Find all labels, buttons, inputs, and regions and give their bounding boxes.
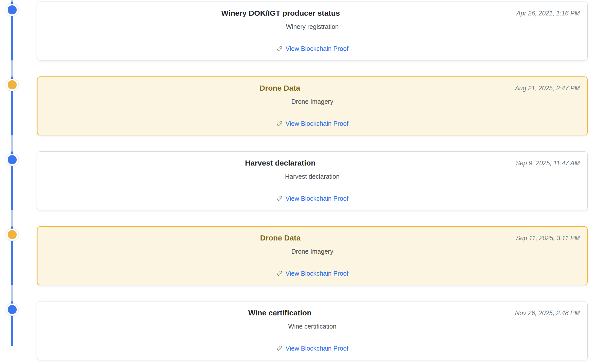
event-title: Winery DOK/IGT producer status [45, 8, 516, 18]
blockchain-event-timeline: Winery DOK/IGT producer status Apr 26, 2… [0, 0, 597, 364]
chain-link-icon [276, 270, 283, 277]
event-card: Drone Data Aug 21, 2025, 2:47 PM Drone I… [37, 76, 588, 135]
card-divider [45, 114, 580, 114]
event-subtitle: Drone Imagery [45, 97, 580, 106]
proof-link-label: View Blockchain Proof [286, 119, 348, 128]
timeline-dot-fill [8, 5, 17, 14]
event-timestamp: Sep 11, 2025, 3:11 PM [516, 233, 580, 243]
timeline-dot [6, 304, 18, 316]
view-blockchain-proof-link[interactable]: View Blockchain Proof [276, 194, 348, 203]
view-blockchain-proof-link[interactable]: View Blockchain Proof [276, 119, 348, 128]
event-title: Drone Data [45, 83, 515, 93]
proof-link-row: View Blockchain Proof [45, 194, 580, 203]
event-subtitle: Drone Imagery [45, 247, 580, 255]
view-blockchain-proof-link[interactable]: View Blockchain Proof [276, 344, 348, 353]
event-title: Wine certification [45, 308, 515, 318]
event-timestamp: Sep 9, 2025, 11:47 AM [516, 158, 580, 168]
view-blockchain-proof-link[interactable]: View Blockchain Proof [276, 44, 348, 53]
proof-link-label: View Blockchain Proof [286, 269, 348, 278]
event-timestamp: Nov 26, 2025, 2:48 PM [515, 308, 580, 318]
timeline-dot-fill [8, 155, 17, 164]
event-card: Drone Data Sep 11, 2025, 3:11 PM Drone I… [37, 226, 588, 285]
event-card-header: Winery DOK/IGT producer status Apr 26, 2… [45, 8, 580, 18]
event-card: Wine certification Nov 26, 2025, 2:48 PM… [37, 301, 588, 360]
timeline-dot [6, 229, 18, 241]
chain-link-icon [276, 345, 283, 352]
event-timestamp: Aug 21, 2025, 2:47 PM [515, 83, 580, 93]
event-title: Harvest declaration [45, 158, 516, 168]
timeline-dot-fill [8, 80, 17, 89]
event-card: Harvest declaration Sep 9, 2025, 11:47 A… [37, 151, 588, 210]
proof-link-row: View Blockchain Proof [45, 269, 580, 278]
event-subtitle: Wine certification [45, 322, 580, 330]
proof-link-row: View Blockchain Proof [45, 344, 580, 353]
chain-link-icon [276, 195, 283, 202]
proof-link-label: View Blockchain Proof [286, 44, 348, 53]
event-card-header: Harvest declaration Sep 9, 2025, 11:47 A… [45, 158, 580, 168]
timeline-dot-fill [8, 230, 17, 239]
chain-link-icon [276, 120, 283, 127]
timeline-dot [6, 154, 18, 166]
proof-link-label: View Blockchain Proof [286, 194, 348, 203]
event-card-header: Wine certification Nov 26, 2025, 2:48 PM [45, 308, 580, 318]
proof-link-row: View Blockchain Proof [45, 119, 580, 128]
timeline-dot [6, 4, 18, 16]
event-subtitle: Harvest declaration [45, 172, 580, 180]
timeline-dot-fill [8, 305, 17, 314]
event-card: Winery DOK/IGT producer status Apr 26, 2… [37, 2, 588, 60]
card-divider [45, 339, 580, 339]
event-subtitle: Winery registration [45, 23, 580, 31]
view-blockchain-proof-link[interactable]: View Blockchain Proof [276, 269, 348, 278]
event-card-header: Drone Data Sep 11, 2025, 3:11 PM [45, 233, 580, 243]
card-divider [45, 264, 580, 264]
card-divider [45, 39, 580, 39]
proof-link-label: View Blockchain Proof [286, 344, 348, 353]
proof-link-row: View Blockchain Proof [45, 44, 580, 53]
event-title: Drone Data [45, 233, 516, 243]
timeline-dot [6, 79, 18, 91]
chain-link-icon [276, 45, 283, 52]
event-timestamp: Apr 26, 2021, 1:16 PM [516, 8, 580, 18]
event-card-header: Drone Data Aug 21, 2025, 2:47 PM [45, 83, 580, 93]
card-divider [45, 189, 580, 189]
